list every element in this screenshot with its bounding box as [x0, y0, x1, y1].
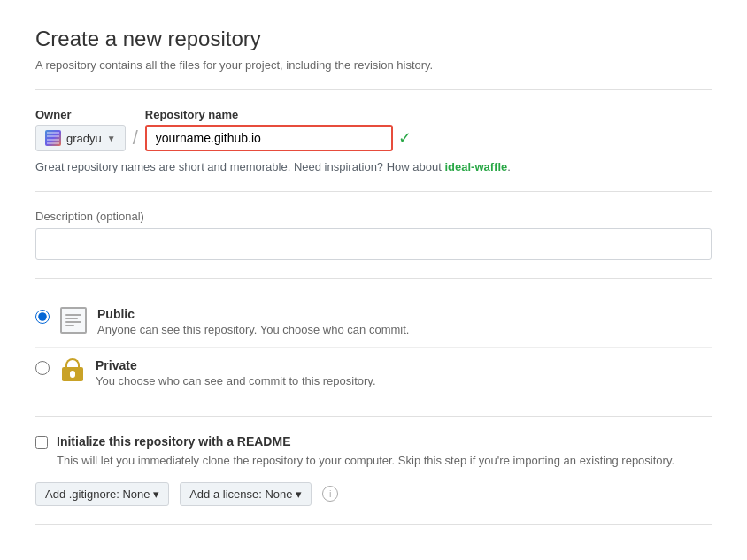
owner-repo-section: Owner gradyu ▼ / Repository name ✓ Grea	[35, 108, 712, 173]
owner-repo-row: Owner gradyu ▼ / Repository name ✓	[35, 108, 712, 151]
slash-separator: /	[133, 128, 138, 151]
lock-hole	[70, 371, 75, 378]
owner-label: Owner	[35, 108, 126, 121]
readme-content: Initialize this repository with a README…	[57, 434, 674, 470]
gitignore-dropdown[interactable]: Add .gitignore: None ▾	[35, 482, 169, 506]
readme-title: Initialize this repository with a README	[57, 434, 674, 449]
book-line-2	[65, 318, 78, 319]
page-container: Create a new repository A repository con…	[0, 0, 747, 560]
desc-divider	[35, 191, 712, 192]
public-label: Public	[97, 307, 409, 321]
info-icon[interactable]: i	[322, 486, 338, 502]
book-line-3	[65, 321, 81, 323]
top-divider	[35, 89, 712, 90]
visibility-section: Public Anyone can see this repository. Y…	[35, 296, 712, 398]
owner-dropdown[interactable]: gradyu ▼	[35, 125, 126, 151]
description-label-row: Description (optional)	[35, 210, 712, 223]
private-content: Private You choose who can see and commi…	[96, 358, 376, 387]
public-book-icon	[60, 307, 87, 334]
suggestion-link[interactable]: ideal-waffle	[444, 160, 507, 173]
repo-name-label: Repository name	[145, 108, 412, 121]
description-input[interactable]	[35, 228, 712, 260]
repo-name-input-row: ✓	[145, 125, 412, 151]
bottom-divider	[35, 524, 712, 525]
description-optional: (optional)	[96, 210, 144, 223]
private-desc: You choose who can see and commit to thi…	[96, 374, 376, 387]
dropdowns-row: Add .gitignore: None ▾ Add a license: No…	[35, 482, 712, 506]
repo-name-input[interactable]	[145, 125, 393, 151]
private-lock-icon	[60, 358, 85, 387]
readme-checkbox[interactable]	[35, 436, 48, 449]
book-line-4	[65, 325, 74, 326]
license-dropdown[interactable]: Add a license: None ▾	[180, 482, 312, 506]
suggestion-text-before: Great repository names are short and mem…	[35, 160, 444, 173]
lock-body	[62, 367, 83, 381]
private-radio[interactable]	[35, 361, 50, 375]
owner-caret-icon: ▼	[107, 134, 116, 143]
repo-name-field-group: Repository name ✓	[145, 108, 412, 151]
owner-avatar-icon	[45, 130, 61, 146]
description-label: Description	[35, 210, 93, 223]
readme-divider	[35, 416, 712, 417]
book-line-1	[65, 314, 81, 316]
private-option: Private You choose who can see and commi…	[35, 347, 712, 398]
readme-section: Initialize this repository with a README…	[35, 434, 712, 506]
license-label: Add a license: None	[189, 487, 292, 501]
public-desc: Anyone can see this repository. You choo…	[97, 323, 409, 336]
suggestion-text-after: .	[507, 160, 511, 173]
readme-option: Initialize this repository with a README…	[35, 434, 712, 470]
page-subtitle: A repository contains all the files for …	[35, 58, 712, 72]
visibility-divider	[35, 278, 712, 279]
public-content: Public Anyone can see this repository. Y…	[97, 307, 409, 336]
lock-shackle	[65, 358, 80, 367]
private-label: Private	[96, 358, 376, 372]
readme-desc: This will let you immediately clone the …	[57, 452, 674, 470]
valid-check-icon: ✓	[398, 128, 412, 148]
public-radio[interactable]	[35, 310, 50, 324]
owner-field-group: Owner gradyu ▼	[35, 108, 126, 151]
gitignore-label: Add .gitignore: None	[45, 487, 150, 501]
owner-username: gradyu	[66, 132, 102, 145]
description-section: Description (optional)	[35, 210, 712, 260]
page-title: Create a new repository	[35, 27, 712, 51]
suggestion-text: Great repository names are short and mem…	[35, 160, 712, 173]
public-option: Public Anyone can see this repository. Y…	[35, 296, 712, 347]
